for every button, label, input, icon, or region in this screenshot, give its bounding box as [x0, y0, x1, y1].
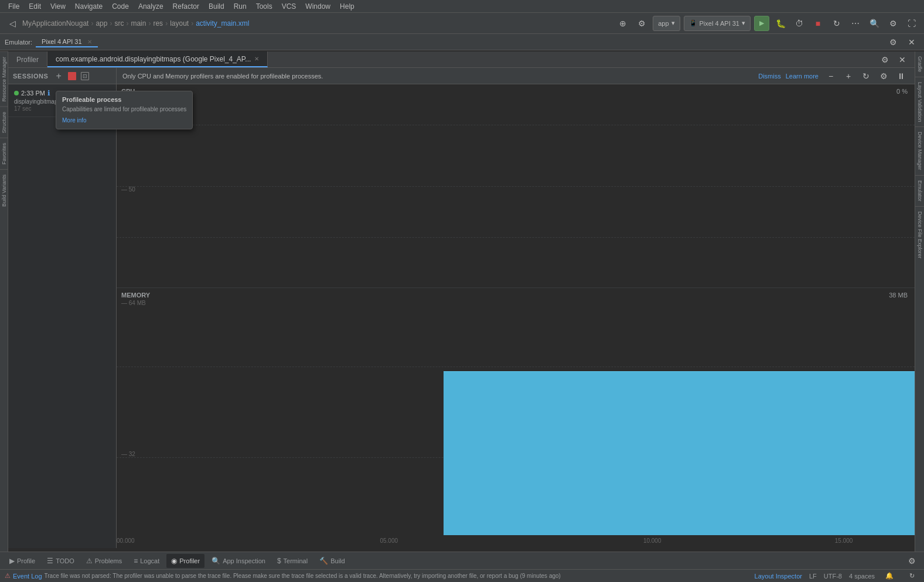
run-button[interactable]: ▶	[754, 16, 769, 31]
breadcrumb-main[interactable]: main	[131, 19, 146, 28]
memory-scale-32: — 32	[121, 451, 135, 457]
memory-value: 38 MB	[889, 292, 908, 299]
tab-profile[interactable]: ▶ Profile	[5, 554, 40, 568]
search-btn[interactable]: 🔍	[867, 16, 882, 31]
tab-todo[interactable]: ☰ TODO	[42, 554, 79, 568]
breadcrumb-layout[interactable]: layout	[170, 19, 189, 28]
breadcrumb-src[interactable]: src	[114, 19, 124, 28]
fullscreen-btn[interactable]: ⛶	[904, 16, 919, 31]
breadcrumb-file[interactable]: activity_main.xml	[196, 19, 249, 28]
status-right: Layout Inspector LF UTF-8 4 spaces 🔔 ↻	[755, 569, 919, 583]
emulator-close-btn[interactable]: ✕	[904, 35, 919, 50]
sidebar-item-build-variants[interactable]: Build Variants	[0, 169, 8, 211]
menu-refactor[interactable]: Refactor	[168, 1, 204, 12]
notification-settings-btn[interactable]: ⚙	[876, 69, 891, 84]
app-selector-label: app	[658, 20, 669, 27]
layout-inspector-link[interactable]: Layout Inspector	[755, 573, 802, 580]
todo-tab-icon: ☰	[47, 557, 53, 565]
sidebar-item-favorites[interactable]: Favorites	[0, 138, 8, 169]
session-info-icon[interactable]: ℹ	[47, 89, 50, 97]
tooltip-more-info-link[interactable]: More info	[62, 117, 87, 124]
more-actions-btn[interactable]: ⋯	[848, 16, 863, 31]
profiler-close-btn[interactable]: ✕	[895, 52, 910, 67]
gear-btn[interactable]: ⚙	[885, 16, 901, 31]
tab-logcat[interactable]: ≡ Logcat	[129, 554, 164, 568]
back-button[interactable]: ◁	[5, 16, 20, 31]
main-toolbar: ◁ MyApplicationNougat › app › src › main…	[0, 13, 924, 34]
app-selector[interactable]: app ▾	[653, 16, 680, 31]
sidebar-item-structure[interactable]: Structure	[0, 107, 8, 138]
profile-btn[interactable]: ⏱	[792, 16, 807, 31]
emulator-label-text: Emulator:	[5, 39, 32, 46]
sidebar-item-gradle[interactable]: Gradle	[915, 52, 924, 77]
menu-run[interactable]: Run	[229, 1, 251, 12]
emulator-tab-close[interactable]: ✕	[87, 39, 92, 45]
sidebar-item-resource-manager[interactable]: Resource Manager	[0, 52, 8, 107]
bottom-settings-btn[interactable]: ⚙	[904, 553, 919, 569]
menu-build[interactable]: Build	[204, 1, 229, 12]
sidebar-item-device-manager[interactable]: Device Manager	[915, 127, 924, 176]
session-tab-close[interactable]: ✕	[254, 56, 259, 62]
background-tasks-btn[interactable]: ↻	[904, 569, 919, 583]
tab-session[interactable]: com.example.android.displayingbitmaps (G…	[47, 52, 268, 67]
status-bar: ⚠ Event Log Trace file was not parsed: T…	[0, 569, 924, 582]
notification-plus-btn[interactable]: +	[841, 69, 856, 84]
learn-more-link[interactable]: Learn more	[786, 73, 819, 80]
menu-tools[interactable]: Tools	[251, 1, 277, 12]
tab-build[interactable]: 🔨 Build	[315, 554, 349, 568]
settings-btn[interactable]: ⚙	[634, 16, 649, 31]
bottom-tabs-bar: ▶ Profile ☰ TODO ⚠ Problems ≡ Logcat ◉ P…	[0, 552, 924, 569]
session-tab-label: com.example.android.displayingbitmaps (G…	[56, 55, 251, 63]
event-log-link[interactable]: Event Log	[13, 573, 42, 580]
app-inspection-tab-label: App Inspection	[223, 557, 265, 564]
device-selector[interactable]: 📱 Pixel 4 API 31 ▾	[684, 16, 751, 31]
menu-code[interactable]: Code	[107, 1, 134, 12]
menu-vcs[interactable]: VCS	[277, 1, 301, 12]
search-everywhere-btn[interactable]: ⊕	[615, 16, 630, 31]
cpu-gridline-25	[117, 237, 915, 238]
emulator-tab[interactable]: Pixel 4 API 31 ✕	[36, 37, 98, 47]
notification-minus-btn[interactable]: −	[823, 69, 838, 84]
notification-pause-btn[interactable]: ⏸	[894, 69, 909, 84]
add-session-btn[interactable]: +	[54, 71, 63, 81]
tab-profiler[interactable]: Profiler	[8, 52, 47, 67]
menu-navigate[interactable]: Navigate	[70, 1, 107, 12]
dismiss-link[interactable]: Dismiss	[758, 73, 781, 80]
breadcrumb-app[interactable]: app	[96, 19, 107, 28]
notifications-btn[interactable]: 🔔	[882, 569, 897, 583]
menu-view[interactable]: View	[46, 1, 70, 12]
notification-bar: Only CPU and Memory profilers are enable…	[117, 68, 915, 84]
cpu-gridline-50	[117, 186, 915, 187]
stop-btn[interactable]: ■	[810, 16, 826, 31]
right-sidebar: Gradle Layout Validation Device Manager …	[915, 52, 924, 552]
emulator-settings-btn[interactable]: ⚙	[885, 35, 901, 50]
left-sidebar: Resource Manager Structure Favorites Bui…	[0, 52, 8, 552]
menu-edit[interactable]: Edit	[24, 1, 46, 12]
tab-problems[interactable]: ⚠ Problems	[81, 554, 127, 568]
tab-terminal[interactable]: $ Terminal	[272, 554, 312, 568]
notification-refresh-btn[interactable]: ↻	[858, 69, 874, 84]
sidebar-item-emulator[interactable]: Emulator	[915, 176, 924, 207]
breadcrumb-res[interactable]: res	[153, 19, 163, 28]
status-error: ⚠ Event Log Trace file was not parsed: T…	[5, 572, 753, 580]
profiler-settings-btn[interactable]: ⚙	[877, 52, 892, 67]
menu-help[interactable]: Help	[335, 1, 359, 12]
sync-btn[interactable]: ↻	[829, 16, 844, 31]
breadcrumb-project[interactable]: MyApplicationNougat	[22, 19, 88, 28]
tab-profiler[interactable]: ◉ Profiler	[166, 554, 204, 568]
stop-session-btn[interactable]	[68, 72, 76, 80]
device-icon: 📱	[689, 19, 697, 27]
sidebar-item-layout-validation[interactable]: Layout Validation	[915, 77, 924, 127]
tab-app-inspection[interactable]: 🔍 App Inspection	[207, 554, 270, 568]
menu-analyze[interactable]: Analyze	[134, 1, 168, 12]
time-tick-0: 00.000	[117, 538, 135, 544]
debug-btn[interactable]: 🐛	[773, 16, 788, 31]
menu-file[interactable]: File	[4, 1, 24, 12]
menu-window[interactable]: Window	[301, 1, 335, 12]
sidebar-item-device-file-explorer[interactable]: Device File Explorer	[915, 207, 924, 263]
encoding[interactable]: UTF-8	[824, 573, 842, 580]
cpu-gridline-80	[117, 125, 915, 125]
expand-session-btn[interactable]: ⊡	[81, 72, 89, 80]
spaces[interactable]: 4 spaces	[849, 573, 875, 580]
time-tick-2: 10.000	[643, 538, 662, 544]
